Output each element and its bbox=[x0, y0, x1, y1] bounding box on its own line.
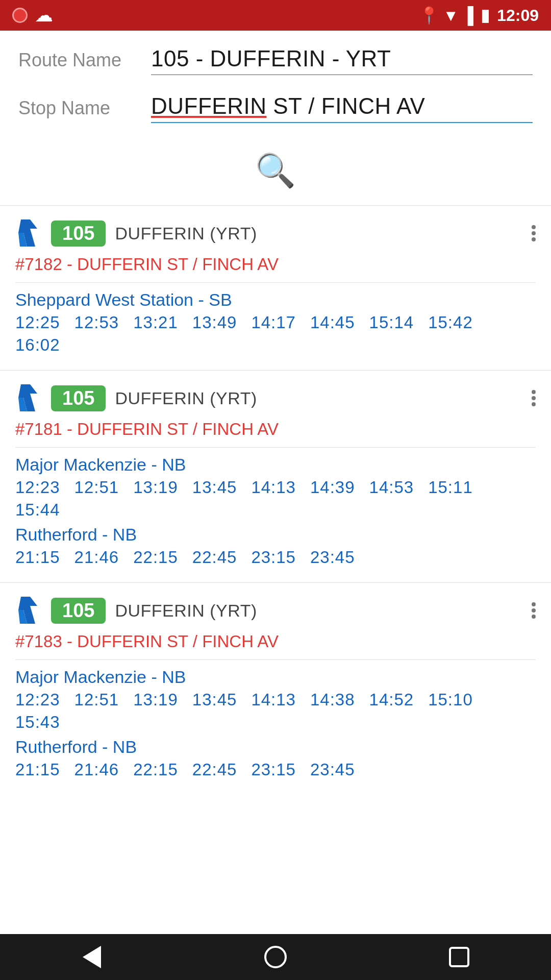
route-name-value: 105 - DUFFERIN - YRT bbox=[151, 46, 391, 71]
time-value: 14:13 bbox=[251, 690, 296, 709]
time-value: 21:15 bbox=[15, 548, 60, 567]
status-bar-right: 📍 ▾ ▐ ▮ 12:09 bbox=[419, 6, 539, 25]
route-badge: 105 bbox=[51, 598, 106, 624]
search-area[interactable]: 🔍 bbox=[0, 146, 551, 205]
status-bar: ☁ 📍 ▾ ▐ ▮ 12:09 bbox=[0, 0, 551, 31]
time-value: 14:39 bbox=[310, 478, 355, 497]
time-value: 16:02 bbox=[15, 335, 60, 355]
wifi-icon: ▾ bbox=[446, 6, 455, 25]
time-value: 15:43 bbox=[15, 713, 60, 732]
more-options-button[interactable] bbox=[532, 225, 536, 241]
time-value: 15:42 bbox=[428, 313, 473, 332]
time-value: 14:17 bbox=[251, 313, 296, 332]
time-value: 12:23 bbox=[15, 478, 60, 497]
time-value: 14:53 bbox=[369, 478, 414, 497]
time-value: 21:15 bbox=[15, 760, 60, 779]
yrt-logo-icon bbox=[15, 383, 42, 413]
time-value: 14:13 bbox=[251, 478, 296, 497]
destination-label: Rutherford - NB bbox=[15, 525, 536, 545]
stop-name-input-wrap[interactable]: DUFFERIN ST / FINCH AV bbox=[151, 93, 533, 123]
route-badge: 105 bbox=[51, 220, 106, 247]
card-header-left: 105 DUFFERIN (YRT) bbox=[15, 383, 257, 413]
route-title: DUFFERIN (YRT) bbox=[115, 224, 257, 243]
search-icon[interactable]: 🔍 bbox=[255, 152, 296, 190]
back-arrow-icon bbox=[83, 946, 101, 968]
cards-section: 105 DUFFERIN (YRT) #7182 - DUFFERIN ST /… bbox=[0, 205, 551, 795]
card-header: 105 DUFFERIN (YRT) bbox=[15, 218, 536, 249]
nav-back-button[interactable] bbox=[71, 942, 112, 972]
times-row: 12:2312:5113:1913:4514:1314:3914:5315:11… bbox=[15, 478, 536, 520]
signal-icon: ▐ bbox=[462, 6, 473, 25]
stop-id: #7181 - DUFFERIN ST / FINCH AV bbox=[15, 420, 536, 448]
time-value: 22:45 bbox=[192, 548, 237, 567]
yrt-logo-icon bbox=[15, 218, 42, 249]
card-header-left: 105 DUFFERIN (YRT) bbox=[15, 595, 257, 626]
transit-card: 105 DUFFERIN (YRT) #7183 - DUFFERIN ST /… bbox=[0, 582, 551, 795]
nav-home-button[interactable] bbox=[255, 942, 296, 972]
bottom-nav bbox=[0, 934, 551, 980]
time-value: 15:14 bbox=[369, 313, 414, 332]
time-value: 22:15 bbox=[133, 760, 178, 779]
destination-label: Rutherford - NB bbox=[15, 737, 536, 757]
time-value: 13:45 bbox=[192, 478, 237, 497]
time-value: 13:19 bbox=[133, 690, 178, 709]
time-value: 15:44 bbox=[15, 500, 60, 520]
time-value: 23:45 bbox=[310, 760, 355, 779]
route-badge: 105 bbox=[51, 385, 106, 411]
route-title: DUFFERIN (YRT) bbox=[115, 388, 257, 408]
times-row: 12:2512:5313:2113:4914:1714:4515:1415:42… bbox=[15, 313, 536, 355]
transit-card: 105 DUFFERIN (YRT) #7181 - DUFFERIN ST /… bbox=[0, 370, 551, 582]
time-value: 13:49 bbox=[192, 313, 237, 332]
stop-name-label: Stop Name bbox=[18, 97, 151, 123]
transit-card: 105 DUFFERIN (YRT) #7182 - DUFFERIN ST /… bbox=[0, 205, 551, 370]
time-value: 23:15 bbox=[251, 548, 296, 567]
cloud-icon: ☁ bbox=[35, 5, 53, 26]
destination-label: Sheppard West Station - SB bbox=[15, 290, 536, 310]
time-value: 14:45 bbox=[310, 313, 355, 332]
time-value: 12:25 bbox=[15, 313, 60, 332]
route-name-label: Route Name bbox=[18, 50, 151, 75]
nav-recents-button[interactable] bbox=[439, 942, 480, 972]
clock: 12:09 bbox=[497, 6, 539, 25]
more-options-button[interactable] bbox=[532, 390, 536, 406]
stop-name-row: Stop Name DUFFERIN ST / FINCH AV bbox=[18, 93, 533, 123]
record-icon bbox=[12, 8, 28, 23]
time-value: 22:45 bbox=[192, 760, 237, 779]
location-icon: 📍 bbox=[419, 6, 439, 25]
stop-name-value: DUFFERIN ST / FINCH AV bbox=[151, 93, 425, 118]
time-value: 14:52 bbox=[369, 690, 414, 709]
route-title: DUFFERIN (YRT) bbox=[115, 601, 257, 621]
time-value: 12:23 bbox=[15, 690, 60, 709]
times-row: 12:2312:5113:1913:4514:1314:3814:5215:10… bbox=[15, 690, 536, 732]
stop-name-part1: DUFFERIN bbox=[151, 93, 266, 118]
recents-square-icon bbox=[449, 947, 469, 967]
destination-label: Major Mackenzie - NB bbox=[15, 455, 536, 475]
time-value: 23:15 bbox=[251, 760, 296, 779]
time-value: 21:46 bbox=[74, 548, 119, 567]
times-row: 21:1521:4622:1522:4523:1523:45 bbox=[15, 760, 536, 779]
status-bar-left: ☁ bbox=[12, 5, 53, 26]
card-header-left: 105 DUFFERIN (YRT) bbox=[15, 218, 257, 249]
time-value: 15:11 bbox=[428, 478, 473, 497]
route-name-row: Route Name 105 - DUFFERIN - YRT bbox=[18, 46, 533, 75]
time-value: 23:45 bbox=[310, 548, 355, 567]
time-value: 22:15 bbox=[133, 548, 178, 567]
time-value: 14:38 bbox=[310, 690, 355, 709]
times-row: 21:1521:4622:1522:4523:1523:45 bbox=[15, 548, 536, 567]
time-value: 12:51 bbox=[74, 478, 119, 497]
route-name-input-wrap[interactable]: 105 - DUFFERIN - YRT bbox=[151, 46, 533, 75]
destination-label: Major Mackenzie - NB bbox=[15, 667, 536, 687]
home-circle-icon bbox=[264, 946, 287, 968]
time-value: 21:46 bbox=[74, 760, 119, 779]
stop-id: #7182 - DUFFERIN ST / FINCH AV bbox=[15, 255, 536, 283]
more-options-button[interactable] bbox=[532, 602, 536, 619]
time-value: 13:21 bbox=[133, 313, 178, 332]
yrt-logo-icon bbox=[15, 595, 42, 626]
card-header: 105 DUFFERIN (YRT) bbox=[15, 595, 536, 626]
time-value: 15:10 bbox=[428, 690, 473, 709]
form-section: Route Name 105 - DUFFERIN - YRT Stop Nam… bbox=[0, 31, 551, 146]
stop-id: #7183 - DUFFERIN ST / FINCH AV bbox=[15, 632, 536, 660]
time-value: 12:53 bbox=[74, 313, 119, 332]
time-value: 13:45 bbox=[192, 690, 237, 709]
battery-icon: ▮ bbox=[481, 6, 490, 25]
